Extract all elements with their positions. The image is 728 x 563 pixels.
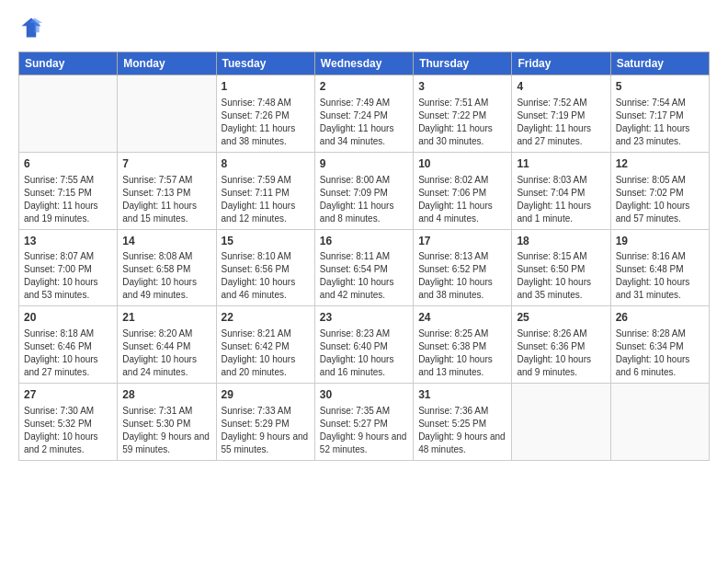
calendar-table: SundayMondayTuesdayWednesdayThursdayFrid…	[18, 52, 710, 461]
calendar-week-row: 13Sunrise: 8:07 AM Sunset: 7:00 PM Dayli…	[19, 229, 710, 306]
day-number: 13	[24, 234, 112, 249]
day-of-week-header: Friday	[512, 52, 610, 75]
day-number: 9	[320, 156, 408, 172]
day-number: 21	[122, 310, 210, 326]
day-of-week-header: Monday	[118, 52, 216, 75]
day-number: 22	[222, 310, 310, 326]
day-number: 8	[222, 156, 310, 172]
day-of-week-header: Thursday	[414, 52, 512, 75]
calendar-day-cell: 30Sunrise: 7:35 AM Sunset: 5:27 PM Dayli…	[314, 384, 413, 461]
calendar-day-cell: 23Sunrise: 8:23 AM Sunset: 6:40 PM Dayli…	[314, 306, 413, 384]
day-info: Sunrise: 8:08 AM Sunset: 6:58 PM Dayligh…	[122, 250, 210, 302]
day-number: 29	[222, 387, 310, 403]
calendar-empty-cell	[610, 384, 709, 461]
calendar-day-cell: 15Sunrise: 8:10 AM Sunset: 6:56 PM Dayli…	[216, 229, 314, 306]
day-info: Sunrise: 7:57 AM Sunset: 7:13 PM Dayligh…	[122, 174, 210, 225]
calendar-week-row: 27Sunrise: 7:30 AM Sunset: 5:32 PM Dayli…	[19, 384, 710, 461]
day-number: 26	[616, 310, 704, 326]
calendar-day-cell: 14Sunrise: 8:08 AM Sunset: 6:58 PM Dayli…	[118, 229, 216, 306]
day-info: Sunrise: 7:55 AM Sunset: 7:15 PM Dayligh…	[24, 174, 112, 225]
calendar-empty-cell	[118, 75, 216, 153]
calendar-day-cell: 18Sunrise: 8:15 AM Sunset: 6:50 PM Dayli…	[512, 229, 610, 306]
calendar-day-cell: 19Sunrise: 8:16 AM Sunset: 6:48 PM Dayli…	[610, 229, 709, 306]
day-info: Sunrise: 7:52 AM Sunset: 7:19 PM Dayligh…	[517, 97, 605, 148]
day-info: Sunrise: 8:23 AM Sunset: 6:40 PM Dayligh…	[320, 327, 408, 379]
calendar-day-cell: 12Sunrise: 8:05 AM Sunset: 7:02 PM Dayli…	[610, 152, 709, 229]
day-number: 3	[418, 79, 506, 95]
calendar-empty-cell	[19, 75, 118, 153]
calendar-header-row: SundayMondayTuesdayWednesdayThursdayFrid…	[19, 52, 710, 75]
calendar-day-cell: 20Sunrise: 8:18 AM Sunset: 6:46 PM Dayli…	[19, 306, 118, 384]
day-number: 15	[222, 234, 310, 249]
calendar-day-cell: 22Sunrise: 8:21 AM Sunset: 6:42 PM Dayli…	[216, 306, 314, 384]
calendar-week-row: 6Sunrise: 7:55 AM Sunset: 7:15 PM Daylig…	[19, 152, 710, 229]
day-number: 20	[24, 310, 112, 326]
calendar-day-cell: 11Sunrise: 8:03 AM Sunset: 7:04 PM Dayli…	[512, 152, 610, 229]
calendar-day-cell: 1Sunrise: 7:48 AM Sunset: 7:26 PM Daylig…	[216, 75, 314, 153]
page: SundayMondayTuesdayWednesdayThursdayFrid…	[0, 0, 728, 563]
day-info: Sunrise: 8:15 AM Sunset: 6:50 PM Dayligh…	[517, 250, 605, 302]
calendar-empty-cell	[512, 384, 610, 461]
calendar-week-row: 20Sunrise: 8:18 AM Sunset: 6:46 PM Dayli…	[19, 306, 710, 384]
day-number: 16	[320, 234, 408, 249]
day-of-week-header: Wednesday	[314, 52, 413, 75]
day-info: Sunrise: 8:25 AM Sunset: 6:38 PM Dayligh…	[418, 327, 506, 379]
day-info: Sunrise: 7:51 AM Sunset: 7:22 PM Dayligh…	[418, 97, 506, 148]
day-info: Sunrise: 8:20 AM Sunset: 6:44 PM Dayligh…	[122, 327, 210, 379]
day-info: Sunrise: 7:30 AM Sunset: 5:32 PM Dayligh…	[24, 405, 112, 456]
day-info: Sunrise: 7:33 AM Sunset: 5:29 PM Dayligh…	[222, 405, 310, 456]
day-info: Sunrise: 8:16 AM Sunset: 6:48 PM Dayligh…	[616, 250, 704, 302]
calendar-day-cell: 10Sunrise: 8:02 AM Sunset: 7:06 PM Dayli…	[414, 152, 512, 229]
day-info: Sunrise: 8:10 AM Sunset: 6:56 PM Dayligh…	[222, 250, 310, 302]
calendar-day-cell: 28Sunrise: 7:31 AM Sunset: 5:30 PM Dayli…	[118, 384, 216, 461]
day-info: Sunrise: 8:18 AM Sunset: 6:46 PM Dayligh…	[24, 327, 112, 379]
calendar-day-cell: 24Sunrise: 8:25 AM Sunset: 6:38 PM Dayli…	[414, 306, 512, 384]
day-number: 2	[320, 79, 408, 95]
day-number: 5	[616, 79, 704, 95]
day-info: Sunrise: 8:26 AM Sunset: 6:36 PM Dayligh…	[517, 327, 605, 379]
day-of-week-header: Tuesday	[216, 52, 314, 75]
day-number: 14	[122, 234, 210, 249]
day-number: 30	[320, 387, 408, 403]
header	[18, 15, 710, 40]
day-number: 31	[418, 387, 506, 403]
day-info: Sunrise: 7:54 AM Sunset: 7:17 PM Dayligh…	[616, 97, 704, 148]
day-info: Sunrise: 7:49 AM Sunset: 7:24 PM Dayligh…	[320, 97, 408, 148]
logo-icon	[18, 15, 44, 40]
day-number: 17	[418, 234, 506, 249]
day-number: 10	[418, 156, 506, 172]
day-number: 24	[418, 310, 506, 326]
day-number: 6	[24, 156, 112, 172]
calendar-day-cell: 8Sunrise: 7:59 AM Sunset: 7:11 PM Daylig…	[216, 152, 314, 229]
calendar-day-cell: 16Sunrise: 8:11 AM Sunset: 6:54 PM Dayli…	[314, 229, 413, 306]
calendar-day-cell: 26Sunrise: 8:28 AM Sunset: 6:34 PM Dayli…	[610, 306, 709, 384]
calendar-day-cell: 27Sunrise: 7:30 AM Sunset: 5:32 PM Dayli…	[19, 384, 118, 461]
calendar-day-cell: 25Sunrise: 8:26 AM Sunset: 6:36 PM Dayli…	[512, 306, 610, 384]
day-info: Sunrise: 8:11 AM Sunset: 6:54 PM Dayligh…	[320, 250, 408, 302]
day-info: Sunrise: 8:28 AM Sunset: 6:34 PM Dayligh…	[616, 327, 704, 379]
day-info: Sunrise: 8:02 AM Sunset: 7:06 PM Dayligh…	[418, 174, 506, 225]
calendar-day-cell: 13Sunrise: 8:07 AM Sunset: 7:00 PM Dayli…	[19, 229, 118, 306]
logo	[18, 15, 48, 40]
day-number: 11	[517, 156, 605, 172]
day-number: 4	[517, 79, 605, 95]
calendar-day-cell: 17Sunrise: 8:13 AM Sunset: 6:52 PM Dayli…	[414, 229, 512, 306]
day-info: Sunrise: 8:07 AM Sunset: 7:00 PM Dayligh…	[24, 250, 112, 302]
day-of-week-header: Sunday	[19, 52, 118, 75]
calendar-day-cell: 21Sunrise: 8:20 AM Sunset: 6:44 PM Dayli…	[118, 306, 216, 384]
day-number: 27	[24, 387, 112, 403]
day-info: Sunrise: 7:48 AM Sunset: 7:26 PM Dayligh…	[222, 97, 310, 148]
calendar-day-cell: 7Sunrise: 7:57 AM Sunset: 7:13 PM Daylig…	[118, 152, 216, 229]
day-number: 28	[122, 387, 210, 403]
calendar-day-cell: 29Sunrise: 7:33 AM Sunset: 5:29 PM Dayli…	[216, 384, 314, 461]
calendar-day-cell: 2Sunrise: 7:49 AM Sunset: 7:24 PM Daylig…	[314, 75, 413, 153]
day-info: Sunrise: 7:31 AM Sunset: 5:30 PM Dayligh…	[122, 405, 210, 456]
day-info: Sunrise: 8:13 AM Sunset: 6:52 PM Dayligh…	[418, 250, 506, 302]
calendar-day-cell: 9Sunrise: 8:00 AM Sunset: 7:09 PM Daylig…	[314, 152, 413, 229]
day-of-week-header: Saturday	[610, 52, 709, 75]
calendar-day-cell: 3Sunrise: 7:51 AM Sunset: 7:22 PM Daylig…	[414, 75, 512, 153]
calendar-day-cell: 6Sunrise: 7:55 AM Sunset: 7:15 PM Daylig…	[19, 152, 118, 229]
day-number: 1	[222, 79, 310, 95]
day-info: Sunrise: 8:05 AM Sunset: 7:02 PM Dayligh…	[616, 174, 704, 225]
day-number: 25	[517, 310, 605, 326]
